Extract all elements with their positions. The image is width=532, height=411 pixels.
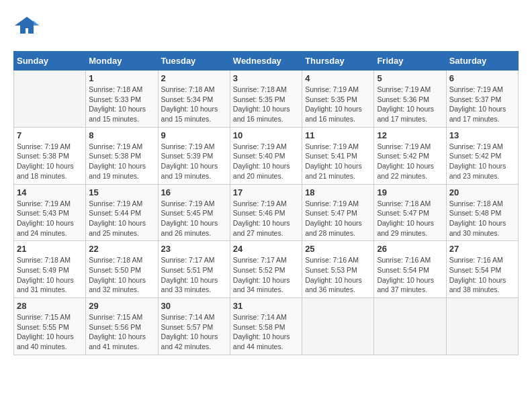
calendar-cell: 29Sunrise: 7:15 AMSunset: 5:56 PMDayligh… [86,298,158,355]
calendar-cell: 20Sunrise: 7:18 AMSunset: 5:48 PMDayligh… [446,184,518,241]
calendar-cell: 12Sunrise: 7:19 AMSunset: 5:42 PMDayligh… [374,127,446,184]
calendar-cell: 5Sunrise: 7:19 AMSunset: 5:36 PMDaylight… [374,71,446,128]
calendar-table: SundayMondayTuesdayWednesdayThursdayFrid… [13,51,519,355]
day-number: 2 [161,73,227,83]
day-info: Sunrise: 7:15 AMSunset: 5:55 PMDaylight:… [17,312,83,352]
calendar-header-row: SundayMondayTuesdayWednesdayThursdayFrid… [14,52,519,71]
day-info: Sunrise: 7:19 AMSunset: 5:44 PMDaylight:… [89,199,154,238]
calendar-cell: 23Sunrise: 7:17 AMSunset: 5:51 PMDayligh… [158,241,230,298]
calendar-week-row: 1Sunrise: 7:18 AMSunset: 5:33 PMDaylight… [14,71,519,128]
calendar-week-row: 7Sunrise: 7:19 AMSunset: 5:38 PMDaylight… [14,127,519,184]
day-info: Sunrise: 7:16 AMSunset: 5:54 PMDaylight:… [449,255,515,295]
day-number: 8 [89,130,154,140]
day-info: Sunrise: 7:19 AMSunset: 5:45 PMDaylight:… [161,199,227,238]
day-info: Sunrise: 7:19 AMSunset: 5:42 PMDaylight:… [377,142,443,181]
day-number: 1 [89,73,154,83]
calendar-cell: 2Sunrise: 7:18 AMSunset: 5:34 PMDaylight… [158,71,230,128]
day-info: Sunrise: 7:18 AMSunset: 5:48 PMDaylight:… [449,199,515,238]
calendar-cell [446,298,518,355]
day-info: Sunrise: 7:18 AMSunset: 5:47 PMDaylight:… [377,199,443,238]
svg-marker-1 [34,20,39,26]
calendar-cell: 31Sunrise: 7:14 AMSunset: 5:58 PMDayligh… [230,298,302,355]
day-number: 31 [233,301,299,311]
day-info: Sunrise: 7:17 AMSunset: 5:51 PMDaylight:… [161,255,227,295]
day-info: Sunrise: 7:17 AMSunset: 5:52 PMDaylight:… [233,255,299,295]
day-number: 13 [449,130,515,140]
day-number: 23 [161,244,227,254]
day-number: 24 [233,244,299,254]
day-number: 29 [89,301,154,311]
day-number: 9 [161,130,227,140]
day-info: Sunrise: 7:19 AMSunset: 5:42 PMDaylight:… [449,142,515,181]
day-info: Sunrise: 7:19 AMSunset: 5:38 PMDaylight:… [89,142,154,181]
day-info: Sunrise: 7:19 AMSunset: 5:40 PMDaylight:… [233,142,299,181]
calendar-cell: 10Sunrise: 7:19 AMSunset: 5:40 PMDayligh… [230,127,302,184]
calendar-cell: 19Sunrise: 7:18 AMSunset: 5:47 PMDayligh… [374,184,446,241]
day-info: Sunrise: 7:19 AMSunset: 5:47 PMDaylight:… [305,199,371,238]
calendar-cell: 21Sunrise: 7:18 AMSunset: 5:49 PMDayligh… [14,241,86,298]
day-info: Sunrise: 7:18 AMSunset: 5:50 PMDaylight:… [89,255,154,295]
day-info: Sunrise: 7:19 AMSunset: 5:38 PMDaylight:… [17,142,83,181]
day-info: Sunrise: 7:14 AMSunset: 5:58 PMDaylight:… [233,312,299,352]
day-info: Sunrise: 7:16 AMSunset: 5:53 PMDaylight:… [305,255,371,295]
day-number: 22 [89,244,154,254]
calendar-cell [14,71,86,128]
calendar-cell: 28Sunrise: 7:15 AMSunset: 5:55 PMDayligh… [14,298,86,355]
day-number: 10 [233,130,299,140]
day-info: Sunrise: 7:19 AMSunset: 5:35 PMDaylight:… [305,85,371,124]
calendar-cell: 15Sunrise: 7:19 AMSunset: 5:44 PMDayligh… [86,184,158,241]
calendar-week-row: 21Sunrise: 7:18 AMSunset: 5:49 PMDayligh… [14,241,519,298]
day-number: 27 [449,244,515,254]
day-info: Sunrise: 7:19 AMSunset: 5:41 PMDaylight:… [305,142,371,181]
day-number: 3 [233,73,299,83]
day-number: 12 [377,130,443,140]
day-info: Sunrise: 7:14 AMSunset: 5:57 PMDaylight:… [161,312,227,352]
day-number: 21 [17,244,83,254]
calendar-cell: 1Sunrise: 7:18 AMSunset: 5:33 PMDaylight… [86,71,158,128]
calendar-cell: 13Sunrise: 7:19 AMSunset: 5:42 PMDayligh… [446,127,518,184]
day-number: 11 [305,130,371,140]
column-header-tuesday: Tuesday [158,52,230,71]
calendar-cell: 26Sunrise: 7:16 AMSunset: 5:54 PMDayligh… [374,241,446,298]
day-number: 28 [17,301,83,311]
column-header-friday: Friday [374,52,446,71]
day-number: 4 [305,73,371,83]
day-info: Sunrise: 7:15 AMSunset: 5:56 PMDaylight:… [89,312,154,352]
day-info: Sunrise: 7:19 AMSunset: 5:39 PMDaylight:… [161,142,227,181]
day-info: Sunrise: 7:18 AMSunset: 5:35 PMDaylight:… [233,85,299,124]
page-header [13,13,519,40]
day-number: 16 [161,187,227,197]
day-number: 5 [377,73,443,83]
calendar-cell [302,298,374,355]
calendar-cell: 25Sunrise: 7:16 AMSunset: 5:53 PMDayligh… [302,241,374,298]
day-number: 20 [449,187,515,197]
calendar-cell: 7Sunrise: 7:19 AMSunset: 5:38 PMDaylight… [14,127,86,184]
calendar-cell [374,298,446,355]
day-number: 25 [305,244,371,254]
day-info: Sunrise: 7:19 AMSunset: 5:43 PMDaylight:… [17,199,83,238]
calendar-cell: 9Sunrise: 7:19 AMSunset: 5:39 PMDaylight… [158,127,230,184]
day-number: 15 [89,187,154,197]
calendar-cell: 24Sunrise: 7:17 AMSunset: 5:52 PMDayligh… [230,241,302,298]
day-number: 18 [305,187,371,197]
calendar-cell: 8Sunrise: 7:19 AMSunset: 5:38 PMDaylight… [86,127,158,184]
day-number: 17 [233,187,299,197]
day-info: Sunrise: 7:16 AMSunset: 5:54 PMDaylight:… [377,255,443,295]
column-header-saturday: Saturday [446,52,518,71]
day-info: Sunrise: 7:19 AMSunset: 5:46 PMDaylight:… [233,199,299,238]
calendar-cell: 27Sunrise: 7:16 AMSunset: 5:54 PMDayligh… [446,241,518,298]
day-number: 26 [377,244,443,254]
day-info: Sunrise: 7:18 AMSunset: 5:33 PMDaylight:… [89,85,154,124]
column-header-wednesday: Wednesday [230,52,302,71]
day-number: 19 [377,187,443,197]
day-number: 14 [17,187,83,197]
calendar-cell: 30Sunrise: 7:14 AMSunset: 5:57 PMDayligh… [158,298,230,355]
calendar-cell: 3Sunrise: 7:18 AMSunset: 5:35 PMDaylight… [230,71,302,128]
calendar-cell: 14Sunrise: 7:19 AMSunset: 5:43 PMDayligh… [14,184,86,241]
calendar-cell: 4Sunrise: 7:19 AMSunset: 5:35 PMDaylight… [302,71,374,128]
calendar-cell: 22Sunrise: 7:18 AMSunset: 5:50 PMDayligh… [86,241,158,298]
column-header-monday: Monday [86,52,158,71]
day-info: Sunrise: 7:19 AMSunset: 5:37 PMDaylight:… [449,85,515,124]
calendar-week-row: 14Sunrise: 7:19 AMSunset: 5:43 PMDayligh… [14,184,519,241]
day-info: Sunrise: 7:18 AMSunset: 5:34 PMDaylight:… [161,85,227,124]
